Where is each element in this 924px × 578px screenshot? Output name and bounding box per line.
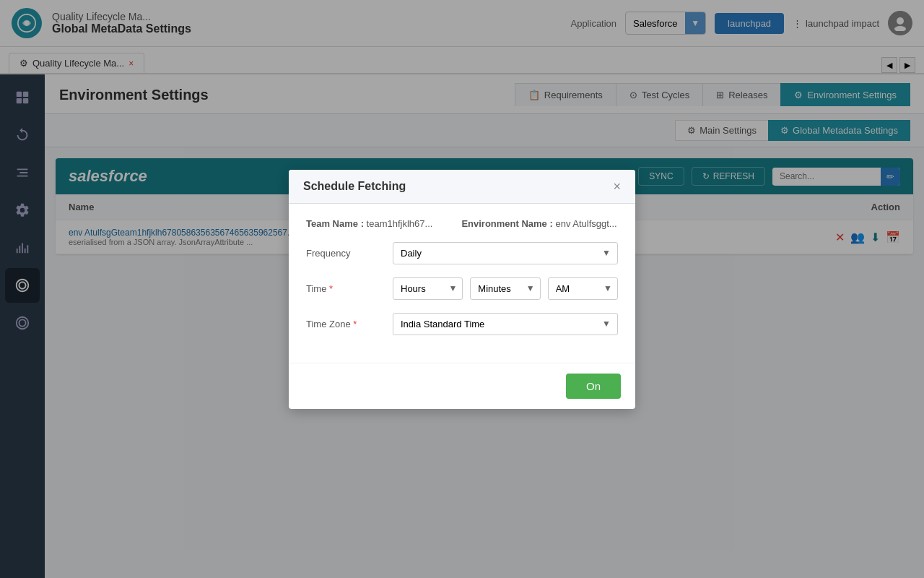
hours-select[interactable]: Hours 123 456 789 101112 [393, 277, 463, 300]
timezone-select[interactable]: India Standard Time UTC EST PST [393, 313, 618, 335]
modal-info-row: Team Name : team1hfjklh67... Environment… [306, 218, 618, 229]
timezone-select-wrapper: India Standard Time UTC EST PST ▼ [393, 313, 618, 335]
ampm-wrapper: AM PM ▼ [548, 277, 618, 300]
on-button[interactable]: On [566, 374, 621, 399]
frequency-label: Frequency [306, 248, 393, 259]
env-name-info: Environment Name : env Atulfsggt... [461, 218, 616, 229]
ampm-select[interactable]: AM PM [548, 277, 618, 300]
minutes-select[interactable]: Minutes 00153045 [470, 277, 540, 300]
modal-overlay: Schedule Fetching × Team Name : team1hfj… [0, 0, 924, 578]
timezone-row: Time Zone * India Standard Time UTC EST … [306, 313, 618, 335]
time-label: Time * [306, 283, 393, 294]
modal-body: Team Name : team1hfjklh67... Environment… [289, 204, 635, 363]
timezone-label: Time Zone * [306, 319, 393, 329]
modal-footer: On [289, 363, 635, 409]
time-fields: Hours 123 456 789 101112 ▼ Minutes 00153… [393, 277, 618, 300]
hours-wrapper: Hours 123 456 789 101112 ▼ [393, 277, 463, 300]
frequency-select-wrapper: Daily Weekly Monthly ▼ [393, 242, 618, 264]
schedule-fetching-modal: Schedule Fetching × Team Name : team1hfj… [289, 170, 635, 409]
team-name-info: Team Name : team1hfjklh67... [306, 218, 432, 229]
time-row: Time * Hours 123 456 789 101112 ▼ [306, 277, 618, 300]
modal-close-button[interactable]: × [613, 180, 621, 193]
modal-title: Schedule Fetching [303, 180, 406, 193]
minutes-wrapper: Minutes 00153045 ▼ [470, 277, 540, 300]
modal-header: Schedule Fetching × [289, 170, 635, 204]
frequency-row: Frequency Daily Weekly Monthly ▼ [306, 242, 618, 264]
frequency-select[interactable]: Daily Weekly Monthly [393, 242, 618, 264]
